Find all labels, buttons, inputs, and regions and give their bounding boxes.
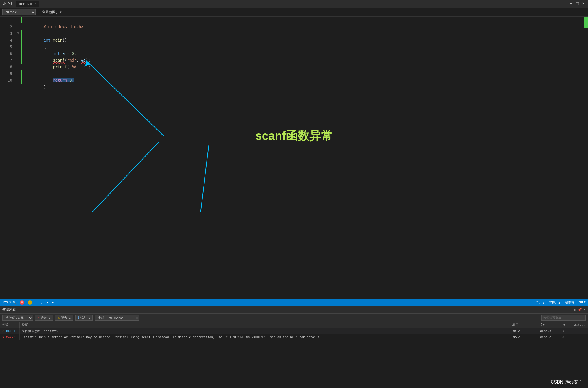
error-count-item[interactable]: 0	[20, 300, 24, 305]
error-panel: 175 % 🔍 0 1 ↑ ↓ ◂ ▸ 行: 1 字符: 1 制表符 CRLF …	[0, 299, 588, 388]
error-filter-btn[interactable]: ✕ 错误 1	[35, 315, 53, 321]
arrow-down-icon[interactable]: ↓	[41, 301, 43, 305]
info-filter-label: 说明 0	[80, 316, 90, 320]
code-line-10: }	[25, 77, 584, 84]
encoding-info: 制表符	[565, 301, 574, 305]
scope-label: (全局范围)	[40, 10, 57, 14]
line-ending-info: CRLF	[579, 301, 586, 304]
fold-arrow-3[interactable]: ▼	[17, 30, 19, 37]
code-token-6-4: ,	[76, 58, 81, 62]
code-token-3-1: int	[43, 38, 53, 42]
scope-arrow-icon[interactable]: ▾	[60, 10, 62, 14]
code-token-1-1: #include<stdio.h>	[43, 25, 83, 29]
code-token-6-5: &a	[81, 58, 86, 62]
warn-icon-1: ⚠	[2, 329, 4, 333]
search-errors-input[interactable]	[541, 315, 586, 321]
col-file[interactable]: 文件	[538, 322, 560, 328]
minimize-icon[interactable]: −	[569, 1, 574, 6]
error-panel-close-icon[interactable]: ×	[584, 308, 586, 312]
info-icon: ℹ	[78, 316, 79, 320]
error-row-1-line: 6	[560, 328, 571, 334]
code-token-7-2: (	[67, 65, 69, 69]
file-dropdown[interactable]: demo.c	[2, 9, 36, 15]
error-panel-dock-icon[interactable]: ⊡	[574, 308, 576, 312]
col-detail[interactable]: 详细...	[571, 322, 588, 328]
editor-area: 1 2 3 4 5 6 7 8 9 10 ▼	[0, 17, 588, 212]
col-desc[interactable]: 说明	[19, 322, 510, 328]
scrollbar-thumb[interactable]	[584, 17, 588, 28]
code-line-5: int a = 0;	[25, 43, 584, 50]
nav-prev-icon[interactable]: ◂	[46, 300, 49, 305]
app-name: bk-VS	[2, 2, 12, 6]
error-row-2-desc: 'scanf': This function or variable may b…	[19, 334, 510, 340]
line-num-7: 7	[10, 57, 12, 64]
error-row-2[interactable]: ✕ C4996 'scanf': This function or variab…	[0, 334, 588, 340]
error-row-1-code: ⚠ C6031	[0, 328, 19, 334]
line-num-2: 2	[10, 23, 12, 30]
close-window-icon[interactable]: ×	[581, 1, 586, 6]
error-list-header: 错误列表 ⊡ 📌 ×	[0, 306, 588, 314]
code-token-3-3: ()	[62, 38, 67, 42]
maximize-icon[interactable]: □	[575, 1, 580, 6]
code-token-5-5: ;	[74, 51, 76, 56]
code-line-3: int main()	[25, 30, 584, 37]
build-filter-dropdown[interactable]: 生成 + IntelliSense	[95, 315, 139, 321]
code-token-7-3: "%d"	[69, 65, 79, 69]
error-row-1-project: bk-VS	[510, 328, 538, 334]
code-token-10-1: }	[43, 85, 46, 89]
code-token-9-3: ;	[72, 78, 74, 82]
err-icon-2: ✕	[2, 335, 4, 339]
error-row-2-code: ✕ C4996	[0, 334, 19, 340]
code-line-9: return 0;	[25, 70, 584, 77]
code-line-1: #include<stdio.h>	[25, 17, 584, 23]
error-row-1-file: demo.c	[538, 328, 560, 334]
error-list-title: 错误列表	[2, 307, 16, 312]
code-token-6-3: "%d"	[67, 58, 77, 62]
info-filter-btn[interactable]: ℹ 说明 0	[75, 315, 93, 321]
col-project[interactable]: 项目	[510, 322, 538, 328]
col-line[interactable]: 行	[560, 322, 571, 328]
tab-close-icon[interactable]: ×	[34, 2, 36, 6]
fold-column: ▼	[15, 17, 21, 212]
solution-filter-dropdown[interactable]: 整个解决方案	[2, 315, 33, 321]
editor-scrollbar[interactable]	[584, 17, 588, 212]
code-token-7-4: ,	[79, 65, 84, 69]
warning-icon: ⚠	[58, 316, 60, 320]
arrow-up-icon[interactable]: ↑	[35, 301, 38, 305]
line-num-5: 5	[10, 43, 12, 50]
code-token-7-5: a	[84, 65, 86, 69]
warning-count-item[interactable]: 1	[28, 300, 32, 305]
code-token-5-1: int	[53, 51, 62, 56]
code-token-5-4: 0	[72, 51, 74, 56]
code-line-8	[25, 64, 584, 70]
editor-tab[interactable]: demo.c ×	[16, 1, 39, 7]
line-num-4: 4	[10, 37, 12, 43]
line-info: 行: 1	[536, 301, 544, 305]
code-line-4: {	[25, 37, 584, 43]
code-token-9-1: return	[53, 78, 69, 82]
line-num-3: 3	[10, 30, 12, 37]
code-line-7: printf("%d", a);	[25, 57, 584, 64]
error-row-1[interactable]: ⚠ C6031 返回值被忽略: "scanf". bk-VS demo.c 6	[0, 328, 588, 334]
code-indent-5	[43, 51, 53, 56]
warn-filter-btn[interactable]: ⚠ 警告 1	[55, 315, 73, 321]
line-num-1: 1	[10, 17, 12, 23]
window-controls: − □ ×	[569, 1, 586, 6]
code-token-3-2: main	[53, 38, 62, 42]
error-icon: ✕	[38, 316, 40, 320]
code-line-2	[25, 23, 584, 30]
code-token-9-highlight: return 0;	[53, 78, 74, 82]
code-c4996: C4996	[6, 336, 15, 339]
error-table: 代码 说明 项目 文件 行 详细... ⚠ C6031 返回值被忽略: "sca…	[0, 322, 588, 340]
code-indent-7	[43, 65, 53, 69]
nav-next-icon[interactable]: ▸	[52, 300, 54, 305]
zoom-level[interactable]: 175 % 🔍	[2, 301, 16, 304]
code-token-6-6: );	[86, 58, 90, 62]
error-panel-pin-icon[interactable]: 📌	[577, 308, 582, 312]
col-code[interactable]: 代码	[0, 322, 19, 328]
code-token-7-1: printf	[53, 65, 67, 69]
error-list-toolbar: 整个解决方案 ✕ 错误 1 ⚠ 警告 1 ℹ 说明 0 生成 + Intelli…	[0, 314, 588, 322]
error-row-2-line: 6	[560, 334, 571, 340]
error-row-2-project: bk-VS	[510, 334, 538, 340]
code-content[interactable]: #include<stdio.h> int main() { int a = 0…	[22, 17, 584, 212]
